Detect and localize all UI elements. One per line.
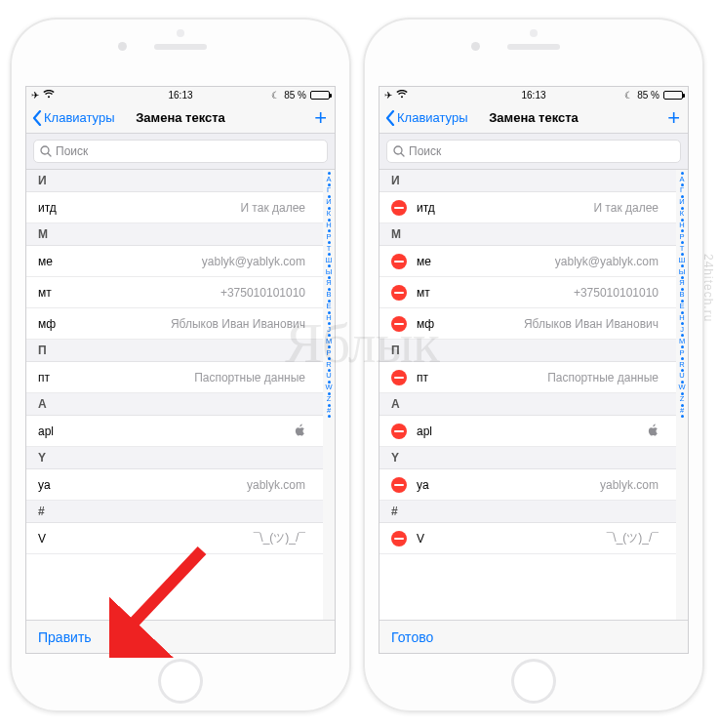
list-item[interactable]: yayablyk.com xyxy=(26,469,323,501)
index-strip[interactable]: АГИКНРТШЫЯBEHJMPRUWZ# xyxy=(676,170,688,620)
index-letter[interactable]: Т xyxy=(327,245,332,253)
list-item[interactable]: apl xyxy=(379,416,676,447)
index-letter[interactable]: J xyxy=(680,326,684,334)
index-letter[interactable]: Ы xyxy=(326,268,333,276)
list-item[interactable]: птПаспортные данные xyxy=(26,362,323,393)
index-letter[interactable]: Z xyxy=(327,395,332,403)
phone-left: ✈︎ 16:13 ☾ 85 % Клавиатуры Замена тек xyxy=(10,18,351,712)
index-letter[interactable]: E xyxy=(326,303,331,310)
index-letter[interactable]: H xyxy=(326,314,331,322)
index-letter[interactable]: Я xyxy=(326,279,331,287)
airplane-icon: ✈︎ xyxy=(31,90,39,101)
list-item[interactable]: меyablyk@yablyk.com xyxy=(26,246,323,277)
index-letter[interactable]: К xyxy=(327,210,331,218)
index-letter[interactable]: R xyxy=(679,361,684,369)
section-header: П xyxy=(26,340,323,362)
index-letter[interactable]: И xyxy=(326,198,331,206)
index-letter[interactable]: M xyxy=(326,338,332,345)
home-button[interactable] xyxy=(511,659,556,704)
index-letter[interactable]: P xyxy=(679,349,684,357)
list-item[interactable]: меyablyk@yablyk.com xyxy=(379,246,676,277)
index-letter[interactable]: Г xyxy=(327,186,331,194)
index-letter[interactable]: # xyxy=(680,407,684,415)
phone-right: ✈︎ 16:13 ☾ 85 % Клавиатуры Замена тек xyxy=(363,18,704,712)
delete-icon[interactable] xyxy=(391,531,407,546)
delete-icon[interactable] xyxy=(391,200,407,216)
index-letter[interactable]: H xyxy=(679,314,684,322)
delete-icon[interactable] xyxy=(391,370,407,385)
replacements-list-right[interactable]: ИитдИ так далееМмеyablyk@yablyk.comмт+37… xyxy=(379,170,676,620)
index-letter[interactable]: W xyxy=(678,384,685,391)
list-item[interactable]: V¯\_(ツ)_/¯ xyxy=(26,523,323,554)
back-button[interactable]: Клавиатуры xyxy=(32,110,115,126)
index-letter[interactable]: Z xyxy=(680,395,685,403)
index-letter[interactable]: А xyxy=(679,176,684,183)
index-letter[interactable]: Н xyxy=(326,222,331,229)
phrase-text: Паспортные данные xyxy=(194,371,311,384)
phrase-text: Паспортные данные xyxy=(547,371,664,384)
add-button[interactable]: + xyxy=(314,107,327,129)
search-icon xyxy=(40,145,52,157)
list-item[interactable]: мт+375010101010 xyxy=(379,277,676,308)
delete-icon[interactable] xyxy=(391,477,407,493)
index-letter[interactable]: B xyxy=(679,291,684,299)
phrase-text xyxy=(648,424,664,439)
index-letter[interactable]: Т xyxy=(680,245,685,253)
index-letter[interactable]: W xyxy=(325,384,332,391)
list-item[interactable]: apl xyxy=(26,416,323,447)
list-item[interactable]: V¯\_(ツ)_/¯ xyxy=(379,523,676,554)
phrase-text: ¯\_(ツ)_/¯ xyxy=(254,530,311,546)
shortcut-text: мт xyxy=(417,286,430,300)
index-letter[interactable]: Ы xyxy=(679,268,686,276)
index-letter[interactable]: Ш xyxy=(326,257,333,264)
section-header: # xyxy=(26,501,323,523)
shortcut-text: V xyxy=(417,532,424,546)
index-letter[interactable]: Р xyxy=(326,233,331,241)
index-letter[interactable]: # xyxy=(327,407,331,415)
search-input[interactable]: Поиск xyxy=(386,140,681,163)
search-input[interactable]: Поиск xyxy=(33,140,328,163)
delete-icon[interactable] xyxy=(391,254,407,269)
list-item[interactable]: мт+375010101010 xyxy=(26,277,323,308)
svg-line-3 xyxy=(401,153,404,156)
home-button[interactable] xyxy=(158,659,203,704)
list-item[interactable]: птПаспортные данные xyxy=(379,362,676,393)
list-item[interactable]: итдИ так далее xyxy=(26,192,323,223)
shortcut-text: пт xyxy=(417,371,428,384)
delete-icon[interactable] xyxy=(391,316,407,332)
index-letter[interactable]: B xyxy=(326,291,331,299)
index-letter[interactable]: Ш xyxy=(679,257,686,264)
index-letter[interactable]: А xyxy=(326,176,331,183)
delete-icon[interactable] xyxy=(391,285,407,301)
search-icon xyxy=(393,145,405,157)
toolbar-edit-button[interactable]: Править xyxy=(26,620,335,653)
back-button[interactable]: Клавиатуры xyxy=(385,110,468,126)
phrase-text: И так далее xyxy=(240,201,311,215)
index-strip[interactable]: АГИКНРТШЫЯBEHJMPRUWZ# xyxy=(323,170,335,620)
list-item[interactable]: итдИ так далее xyxy=(379,192,676,223)
index-letter[interactable]: Р xyxy=(679,233,684,241)
list-item[interactable]: мфЯблыков Иван Иванович xyxy=(26,308,323,340)
phrase-text: Яблыков Иван Иванович xyxy=(524,317,664,331)
index-letter[interactable]: U xyxy=(679,372,684,380)
index-letter[interactable]: Н xyxy=(679,222,684,229)
toolbar-done-button[interactable]: Готово xyxy=(379,620,688,653)
index-letter[interactable]: К xyxy=(680,210,684,218)
index-letter[interactable]: R xyxy=(326,361,331,369)
index-letter[interactable]: Г xyxy=(680,186,684,194)
index-letter[interactable]: E xyxy=(679,303,684,310)
section-header: И xyxy=(26,170,323,192)
add-button[interactable]: + xyxy=(667,107,680,129)
list-item[interactable]: мфЯблыков Иван Иванович xyxy=(379,308,676,340)
replacements-list-left[interactable]: ИитдИ так далееМмеyablyk@yablyk.comмт+37… xyxy=(26,170,323,620)
delete-icon[interactable] xyxy=(391,424,407,439)
index-letter[interactable]: U xyxy=(326,372,331,380)
status-time: 16:13 xyxy=(168,90,192,101)
battery-pct: 85 % xyxy=(284,90,306,101)
index-letter[interactable]: Я xyxy=(679,279,684,287)
index-letter[interactable]: M xyxy=(679,338,685,345)
list-item[interactable]: yayablyk.com xyxy=(379,469,676,501)
index-letter[interactable]: J xyxy=(327,326,331,334)
index-letter[interactable]: И xyxy=(679,198,684,206)
index-letter[interactable]: P xyxy=(326,349,331,357)
